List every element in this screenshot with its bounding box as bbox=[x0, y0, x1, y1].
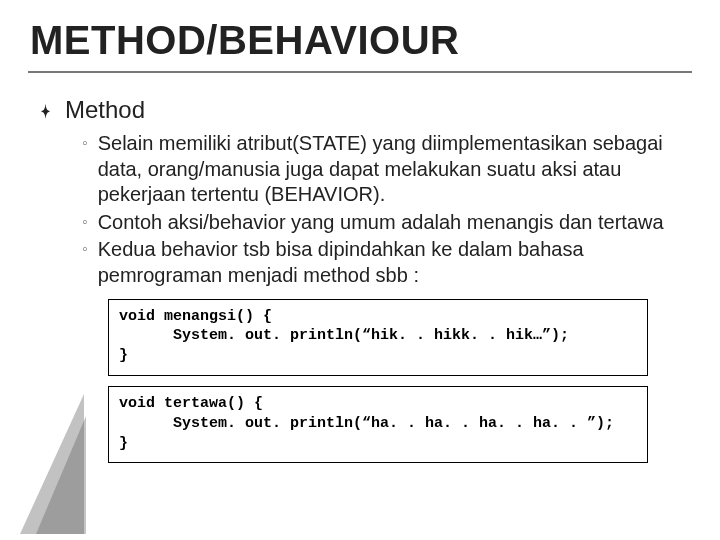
decorative-triangle-icon bbox=[36, 416, 86, 534]
level2-item: ◦ Selain memiliki atribut(STATE) yang di… bbox=[82, 131, 682, 208]
circle-bullet-icon: ◦ bbox=[82, 241, 88, 257]
circle-bullet-icon: ◦ bbox=[82, 214, 88, 230]
slide-title: METHOD/BEHAVIOUR bbox=[30, 18, 682, 63]
level1-item: ✦ Method bbox=[38, 95, 682, 125]
code-block-tertawa: void tertawa() { System. out. println(“h… bbox=[108, 386, 648, 463]
level2-item: ◦ Contoh aksi/behavior yang umum adalah … bbox=[82, 210, 682, 236]
level2-text: Selain memiliki atribut(STATE) yang diim… bbox=[98, 131, 682, 208]
slide: METHOD/BEHAVIOUR ✦ Method ◦ Selain memil… bbox=[0, 0, 720, 540]
level2-item: ◦ Kedua behavior tsb bisa dipindahkan ke… bbox=[82, 237, 682, 288]
arrow-bullet-icon: ✦ bbox=[41, 101, 50, 123]
level2-text: Contoh aksi/behavior yang umum adalah me… bbox=[98, 210, 668, 236]
circle-bullet-icon: ◦ bbox=[82, 135, 88, 151]
level1-text: Method bbox=[65, 95, 145, 125]
title-underline bbox=[28, 71, 692, 73]
code-block-menangis: void menangsi() { System. out. println(“… bbox=[108, 299, 648, 376]
level2-text: Kedua behavior tsb bisa dipindahkan ke d… bbox=[98, 237, 682, 288]
